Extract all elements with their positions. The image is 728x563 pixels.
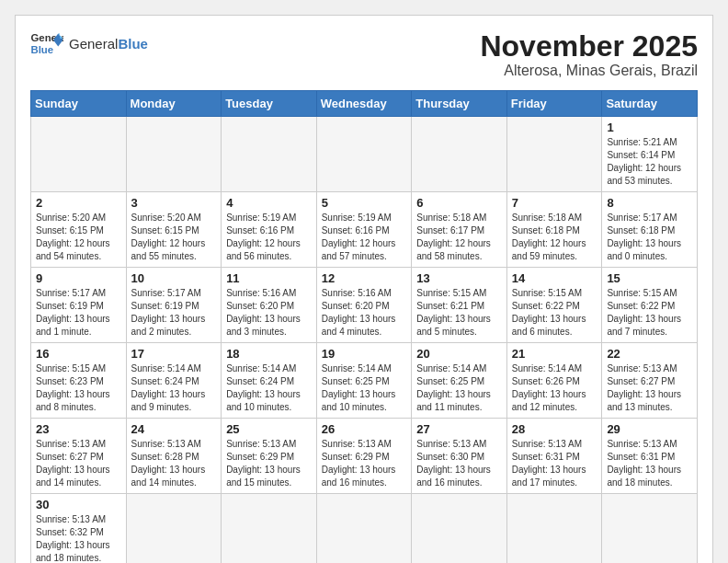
day-2: 2 Sunrise: 5:20 AMSunset: 6:15 PMDayligh…: [31, 192, 127, 268]
empty-cell: [222, 494, 317, 563]
sunrise-label: Sunrise:: [607, 137, 641, 147]
day-11: 11 Sunrise: 5:16 AMSunset: 6:20 PMDaylig…: [222, 268, 317, 343]
week-row-6: 30 Sunrise: 5:13 AMSunset: 6:32 PMDaylig…: [31, 494, 698, 563]
header: General Blue GeneralBlue November 2025 A…: [30, 30, 698, 79]
day-29: 29 Sunrise: 5:13 AMSunset: 6:31 PMDaylig…: [602, 419, 698, 494]
day-22: 22 Sunrise: 5:13 AMSunset: 6:27 PMDaylig…: [602, 343, 698, 419]
day-27: 27 Sunrise: 5:13 AMSunset: 6:30 PMDaylig…: [412, 419, 507, 494]
day-14: 14 Sunrise: 5:15 AMSunset: 6:22 PMDaylig…: [506, 268, 602, 343]
day-4: 4 Sunrise: 5:19 AMSunset: 6:16 PMDayligh…: [222, 192, 317, 268]
day-21: 21 Sunrise: 5:14 AMSunset: 6:26 PMDaylig…: [506, 343, 602, 419]
header-monday: Monday: [126, 91, 222, 117]
location-title: Alterosa, Minas Gerais, Brazil: [480, 63, 698, 79]
day-6: 6 Sunrise: 5:18 AMSunset: 6:17 PMDayligh…: [412, 192, 507, 268]
day-20: 20 Sunrise: 5:14 AMSunset: 6:25 PMDaylig…: [412, 343, 507, 419]
header-tuesday: Tuesday: [222, 91, 317, 117]
empty-cell: [412, 117, 507, 192]
empty-cell: [602, 494, 698, 563]
week-row-2: 2 Sunrise: 5:20 AMSunset: 6:15 PMDayligh…: [31, 192, 698, 268]
title-section: November 2025 Alterosa, Minas Gerais, Br…: [480, 30, 698, 79]
day-7: 7 Sunrise: 5:18 AMSunset: 6:18 PMDayligh…: [506, 192, 602, 268]
day-12: 12 Sunrise: 5:16 AMSunset: 6:20 PMDaylig…: [316, 268, 412, 343]
week-row-5: 23 Sunrise: 5:13 AMSunset: 6:27 PMDaylig…: [31, 419, 698, 494]
empty-cell: [506, 494, 602, 563]
sunset-label: Sunset:: [607, 150, 638, 160]
header-thursday: Thursday: [412, 91, 507, 117]
day-30: 30 Sunrise: 5:13 AMSunset: 6:32 PMDaylig…: [31, 494, 127, 563]
header-friday: Friday: [506, 91, 602, 117]
calendar-table: Sunday Monday Tuesday Wednesday Thursday…: [30, 90, 698, 563]
logo-text: GeneralBlue: [69, 36, 148, 52]
empty-cell: [222, 117, 317, 192]
empty-cell: [316, 494, 412, 563]
empty-cell: [412, 494, 507, 563]
day-10: 10 Sunrise: 5:17 AMSunset: 6:19 PMDaylig…: [126, 268, 222, 343]
week-row-4: 16 Sunrise: 5:15 AMSunset: 6:23 PMDaylig…: [31, 343, 698, 419]
header-sunday: Sunday: [31, 91, 127, 117]
day-18: 18 Sunrise: 5:14 AMSunset: 6:24 PMDaylig…: [222, 343, 317, 419]
day-19: 19 Sunrise: 5:14 AMSunset: 6:25 PMDaylig…: [316, 343, 412, 419]
day-25: 25 Sunrise: 5:13 AMSunset: 6:29 PMDaylig…: [222, 419, 317, 494]
day-13: 13 Sunrise: 5:15 AMSunset: 6:21 PMDaylig…: [412, 268, 507, 343]
day-17: 17 Sunrise: 5:14 AMSunset: 6:24 PMDaylig…: [126, 343, 222, 419]
empty-cell: [126, 117, 222, 192]
day-15: 15 Sunrise: 5:15 AMSunset: 6:22 PMDaylig…: [602, 268, 698, 343]
empty-cell: [31, 117, 127, 192]
day-23: 23 Sunrise: 5:13 AMSunset: 6:27 PMDaylig…: [31, 419, 127, 494]
empty-cell: [506, 117, 602, 192]
day-16: 16 Sunrise: 5:15 AMSunset: 6:23 PMDaylig…: [31, 343, 127, 419]
weekday-header-row: Sunday Monday Tuesday Wednesday Thursday…: [31, 91, 698, 117]
logo: General Blue GeneralBlue: [30, 30, 148, 56]
day-28: 28 Sunrise: 5:13 AMSunset: 6:31 PMDaylig…: [506, 419, 602, 494]
week-row-3: 9 Sunrise: 5:17 AMSunset: 6:19 PMDayligh…: [31, 268, 698, 343]
week-row-1: 1 Sunrise: 5:21 AM Sunset: 6:14 PM Dayli…: [31, 117, 698, 192]
day-1: 1 Sunrise: 5:21 AM Sunset: 6:14 PM Dayli…: [602, 117, 698, 192]
day-3: 3 Sunrise: 5:20 AMSunset: 6:15 PMDayligh…: [126, 192, 222, 268]
day-26: 26 Sunrise: 5:13 AMSunset: 6:29 PMDaylig…: [316, 419, 412, 494]
day-9: 9 Sunrise: 5:17 AMSunset: 6:19 PMDayligh…: [31, 268, 127, 343]
month-title: November 2025: [480, 30, 698, 63]
header-saturday: Saturday: [602, 91, 698, 117]
calendar-container: General Blue GeneralBlue November 2025 A…: [15, 15, 713, 563]
empty-cell: [316, 117, 412, 192]
svg-text:Blue: Blue: [31, 44, 54, 55]
generalblue-logo-icon: General Blue: [30, 30, 63, 56]
day-24: 24 Sunrise: 5:13 AMSunset: 6:28 PMDaylig…: [126, 419, 222, 494]
day-8: 8 Sunrise: 5:17 AMSunset: 6:18 PMDayligh…: [602, 192, 698, 268]
header-wednesday: Wednesday: [316, 91, 412, 117]
empty-cell: [126, 494, 222, 563]
day-5: 5 Sunrise: 5:19 AMSunset: 6:16 PMDayligh…: [316, 192, 412, 268]
